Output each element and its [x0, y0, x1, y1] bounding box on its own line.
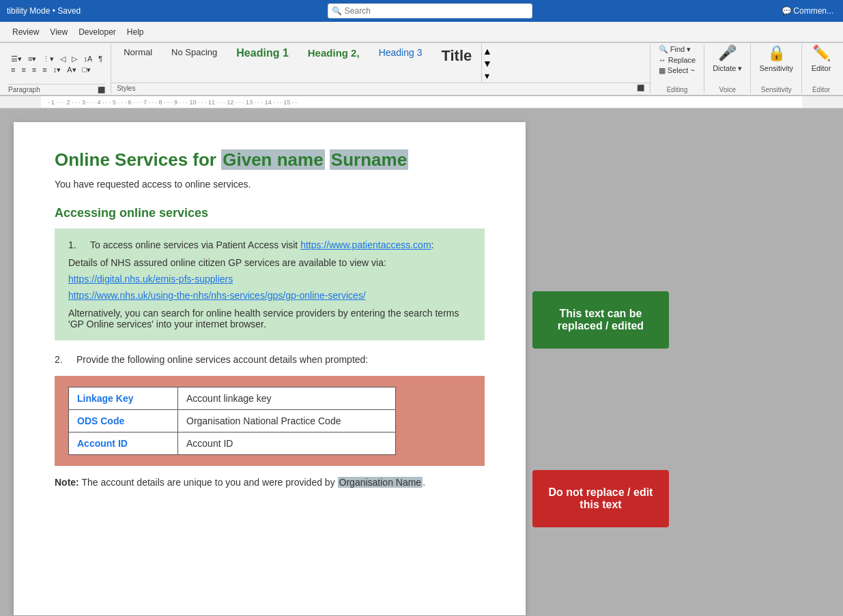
- account-table: Linkage Key Account linkage key ODS Code…: [68, 387, 396, 455]
- title-bar-text: tibility Mode • Saved: [7, 6, 81, 16]
- green-section: 1. To access online services via Patient…: [55, 229, 485, 340]
- editor-content: ✏️ Editor: [809, 44, 834, 85]
- editor-icon: ✏️: [812, 44, 831, 62]
- sensitivity-icon: 🔒: [767, 44, 786, 62]
- comments-button[interactable]: 💬 Commen...: [779, 5, 836, 17]
- table-cell-value-1: Account linkage key: [178, 387, 396, 410]
- indent-decrease-btn[interactable]: ◁: [57, 54, 68, 64]
- sensitivity-group: 🔒 Sensitivity Sensitivity: [751, 44, 802, 93]
- align-left-btn[interactable]: ≡: [8, 65, 18, 75]
- search-input[interactable]: [328, 3, 532, 18]
- find-button[interactable]: 🔍 Find ▾: [656, 44, 694, 55]
- table-cell-label-1: Linkage Key: [69, 387, 178, 410]
- borders-btn[interactable]: □▾: [80, 65, 94, 75]
- document-page: Online Services for Given name Surname Y…: [14, 122, 526, 615]
- title-given-name: Given name: [221, 149, 324, 170]
- annotation-green-box: This text can be replaced / edited: [532, 291, 669, 349]
- sort-btn[interactable]: ↕A: [81, 54, 95, 64]
- alt-text: Alternatively, you can search for online…: [68, 308, 471, 329]
- nhs-digital-link[interactable]: https://digital.nhs.uk/emis-pfs-supplier…: [68, 274, 233, 284]
- voice-label: Voice: [719, 85, 736, 93]
- table-cell-value-2: Organisation National Practice Code: [178, 410, 396, 432]
- align-justify-btn[interactable]: ≡: [40, 65, 49, 75]
- list-content-2: Provide the following online services ac…: [76, 354, 368, 365]
- nhs-online-link[interactable]: https://www.nhs.uk/using-the-nhs/nhs-ser…: [68, 290, 366, 301]
- note-text: The account details are unique to you an…: [79, 477, 338, 488]
- sensitivity-label: Sensitivity: [761, 85, 792, 93]
- table-row-1: Linkage Key Account linkage key: [69, 387, 396, 410]
- styles-list: Normal No Spacing Heading 1 Heading 2, H…: [114, 44, 481, 83]
- section1-heading: Accessing online services: [55, 206, 485, 220]
- styles-group: Normal No Spacing Heading 1 Heading 2, H…: [111, 44, 651, 93]
- pilcrow-btn[interactable]: ¶: [96, 54, 105, 64]
- styles-scroll[interactable]: ▲ ▼ ▾: [481, 44, 492, 83]
- align-center-btn[interactable]: ≡: [18, 65, 28, 75]
- note-line: Note: The account details are unique to …: [55, 477, 485, 488]
- style-title[interactable]: Title: [431, 44, 481, 83]
- pink-section: Linkage Key Account linkage key ODS Code…: [55, 376, 485, 466]
- editor-label: Editor: [812, 85, 830, 93]
- select-button[interactable]: ▦ Select ~: [656, 65, 698, 76]
- table-row-2: ODS Code Organisation National Practice …: [69, 410, 396, 432]
- editing-group: 🔍 Find ▾ ↔ Replace ▦ Select ~ Editing: [651, 44, 704, 93]
- title-surname: Surname: [330, 149, 408, 170]
- find-icon: 🔍: [659, 45, 668, 53]
- list-num-2: 2.: [55, 354, 68, 365]
- menu-view[interactable]: View: [44, 25, 73, 40]
- sensitivity-content: 🔒 Sensitivity: [756, 44, 796, 85]
- align-right-btn[interactable]: ≡: [29, 65, 39, 75]
- dictate-button[interactable]: Dictate ▾: [710, 63, 745, 74]
- paragraph-expand-icon[interactable]: ⬛: [98, 87, 105, 93]
- ribbon-content: ☰▾ ≡▾ ⋮▾ ◁ ▷ ↕A ¶ ≡ ≡ ≡ ≡ ↕▾ A▾: [0, 42, 843, 95]
- patient-access-link[interactable]: https://www.patientaccess.com: [300, 239, 431, 250]
- indent-increase-btn[interactable]: ▷: [69, 54, 80, 64]
- sensitivity-button[interactable]: Sensitivity: [756, 63, 796, 73]
- search-box[interactable]: 🔍: [328, 3, 532, 18]
- style-no-spacing[interactable]: No Spacing: [162, 44, 227, 83]
- ruler-inner: · 1 · · · 2 · · · 3 · · · 4 · · · 5 · · …: [41, 96, 802, 108]
- menu-help[interactable]: Help: [122, 25, 149, 40]
- list-content-1: To access online services via Patient Ac…: [90, 239, 433, 250]
- org-name-highlight: Organisation Name: [338, 477, 423, 488]
- editing-buttons: 🔍 Find ▾ ↔ Replace ▦ Select ~: [656, 44, 698, 85]
- replace-icon: ↔: [659, 56, 666, 64]
- replace-button[interactable]: ↔ Replace: [656, 55, 698, 65]
- editor-button[interactable]: Editor: [809, 63, 834, 73]
- table-cell-label-2: ODS Code: [69, 410, 178, 432]
- voice-group: 🎤 Dictate ▾ Voice: [704, 44, 751, 93]
- ribbon: ☰▾ ≡▾ ⋮▾ ◁ ▷ ↕A ¶ ≡ ≡ ≡ ≡ ↕▾ A▾: [0, 42, 843, 96]
- menu-review[interactable]: Review: [7, 25, 44, 40]
- list-item-2: 2. Provide the following online services…: [55, 354, 485, 365]
- document-subtitle: You have requested access to online serv…: [55, 179, 485, 190]
- table-cell-value-3: Account ID: [178, 432, 396, 455]
- note-suffix: .: [423, 477, 425, 488]
- microphone-icon: 🎤: [718, 44, 737, 62]
- sidebar-annotations: This text can be replaced / edited Do no…: [532, 122, 683, 615]
- style-heading1[interactable]: Heading 1: [227, 44, 298, 83]
- details-text: Details of NHS assured online citizen GP…: [68, 257, 471, 268]
- list-num-1: 1.: [68, 239, 82, 250]
- menu-developer[interactable]: Developer: [73, 25, 122, 40]
- style-heading2[interactable]: Heading 2,: [298, 44, 369, 83]
- list-number-btn[interactable]: ≡▾: [25, 54, 39, 64]
- paragraph-label: Paragraph ⬛: [8, 84, 105, 93]
- styles-expand-icon[interactable]: ⬛: [637, 85, 644, 92]
- line-spacing-btn[interactable]: ↕▾: [51, 65, 64, 75]
- style-heading3[interactable]: Heading 3: [369, 44, 432, 83]
- item1-text: To access online services via Patient Ac…: [90, 239, 300, 250]
- editing-label: Editing: [656, 85, 698, 93]
- title-prefix: Online Services for: [55, 149, 221, 170]
- list-multilevel-btn[interactable]: ⋮▾: [40, 54, 57, 64]
- document-title: Online Services for Given name Surname: [55, 149, 485, 171]
- annotation-red-box: Do not replace / edit this text: [532, 470, 669, 527]
- table-cell-label-3: Account ID: [69, 432, 178, 455]
- title-bar: tibility Mode • Saved 🔍 💬 Commen...: [0, 0, 843, 22]
- style-normal[interactable]: Normal: [114, 44, 162, 83]
- table-row-3: Account ID Account ID: [69, 432, 396, 455]
- paragraph-buttons: ☰▾ ≡▾ ⋮▾ ◁ ▷ ↕A ¶ ≡ ≡ ≡ ≡ ↕▾ A▾: [8, 44, 105, 84]
- editor-group: ✏️ Editor Editor: [802, 44, 840, 93]
- list-bullet-btn[interactable]: ☰▾: [8, 54, 25, 64]
- comment-icon: 💬: [782, 6, 792, 16]
- shading-btn[interactable]: A▾: [64, 65, 78, 75]
- search-icon: 🔍: [332, 6, 342, 16]
